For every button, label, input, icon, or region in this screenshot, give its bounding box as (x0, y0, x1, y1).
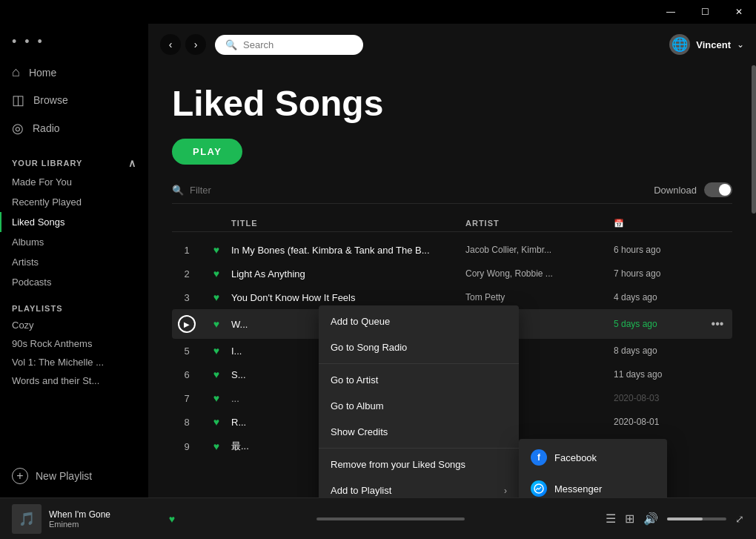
context-song-radio[interactable]: Go to Song Radio (319, 334, 519, 360)
submenu-arrow-icon: › (504, 486, 507, 496)
now-playing-heart-icon[interactable]: ♥ (169, 513, 175, 525)
share-submenu: f Facebook Messenger 𝕏 Twitter (519, 439, 667, 497)
context-divider (319, 363, 519, 364)
playlist-words[interactable]: Words and their St... (0, 371, 148, 390)
close-button[interactable]: ✕ (722, 0, 756, 24)
share-facebook[interactable]: f Facebook (519, 442, 667, 473)
volume-fill (667, 517, 703, 520)
home-icon: ⌂ (12, 65, 20, 80)
progress-bar[interactable] (316, 517, 465, 520)
playback-controls (184, 517, 597, 520)
title-bar: — ☐ ✕ (0, 0, 756, 24)
sidebar-item-recently-played[interactable]: Recently Played (0, 192, 148, 212)
library-label: YOUR LIBRARY (12, 159, 82, 168)
sidebar-radio-label: Radio (33, 122, 60, 134)
playlists-label: PLAYLISTS (0, 298, 148, 316)
library-section-header: YOUR LIBRARY ∧ (0, 145, 148, 172)
svg-point-0 (534, 484, 543, 493)
facebook-icon: f (531, 449, 547, 466)
context-remove-liked[interactable]: Remove from your Liked Songs (319, 452, 519, 477)
sidebar-item-podcasts[interactable]: Podcasts (0, 272, 148, 292)
new-playlist-button[interactable]: + New Playlist (0, 460, 148, 492)
app-body: • • • ⌂ Home ◫ Browse ◎ Radio YOUR LIBRA… (0, 24, 756, 497)
sidebar-item-artists[interactable]: Artists (0, 252, 148, 272)
sidebar-item-home[interactable]: ⌂ Home (0, 59, 148, 86)
context-menu: Add to Queue Go to Song Radio Go to Arti… (319, 305, 519, 497)
context-add-playlist[interactable]: Add to Playlist › (319, 477, 519, 497)
messenger-icon (531, 480, 547, 497)
bottom-controls: ☰ ⊞ 🔊 ⤢ (606, 512, 744, 526)
playlist-90s-rock[interactable]: 90s Rock Anthems (0, 334, 148, 353)
main-content: ‹ › 🔍 🌐 Vincent ⌄ Liked Songs PLAY 🔍 (148, 24, 756, 497)
sidebar: • • • ⌂ Home ◫ Browse ◎ Radio YOUR LIBRA… (0, 24, 148, 497)
radio-icon: ◎ (12, 120, 24, 136)
share-messenger[interactable]: Messenger (519, 473, 667, 497)
now-playing: 🎵 When I'm Gone Eminem ♥ (12, 504, 175, 534)
context-divider (319, 448, 519, 449)
context-go-artist[interactable]: Go to Artist (319, 367, 519, 393)
sidebar-item-radio[interactable]: ◎ Radio (0, 114, 148, 142)
bottom-bar: 🎵 When I'm Gone Eminem ♥ ☰ ⊞ 🔊 ⤢ (0, 497, 756, 539)
minimize-button[interactable]: — (654, 0, 688, 24)
library-collapse-arrow[interactable]: ∧ (128, 157, 136, 169)
volume-icon[interactable]: 🔊 (643, 512, 658, 526)
album-art: 🎵 (12, 504, 42, 534)
sidebar-browse-label: Browse (33, 94, 68, 106)
sidebar-home-label: Home (29, 67, 56, 79)
sidebar-item-albums[interactable]: Albums (0, 232, 148, 252)
playlist-vol1[interactable]: Vol 1: The Michelle ... (0, 353, 148, 371)
track-artist: Eminem (49, 520, 162, 529)
sidebar-item-browse[interactable]: ◫ Browse (0, 86, 148, 114)
context-menu-overlay: Add to Queue Go to Song Radio Go to Arti… (148, 24, 756, 497)
sidebar-item-liked-songs[interactable]: Liked Songs (0, 212, 148, 232)
devices-icon[interactable]: ⊞ (625, 512, 634, 526)
volume-slider[interactable] (667, 517, 726, 520)
track-info: When I'm Gone Eminem (49, 509, 162, 529)
maximize-button[interactable]: ☐ (688, 0, 722, 24)
sidebar-nav: ⌂ Home ◫ Browse ◎ Radio (0, 56, 148, 145)
expand-icon[interactable]: ⤢ (735, 513, 744, 525)
track-name: When I'm Gone (49, 509, 162, 520)
playlist-cozy[interactable]: Cozy (0, 316, 148, 334)
new-playlist-label: New Playlist (36, 470, 92, 482)
sidebar-item-made-for-you[interactable]: Made For You (0, 172, 148, 192)
queue-icon[interactable]: ☰ (606, 512, 616, 526)
context-go-album[interactable]: Go to Album (319, 393, 519, 419)
context-add-queue[interactable]: Add to Queue (319, 308, 519, 334)
browse-icon: ◫ (12, 92, 24, 108)
new-playlist-icon: + (12, 468, 28, 484)
context-show-credits[interactable]: Show Credits (319, 419, 519, 445)
playlists-section: PLAYLISTS Cozy 90s Rock Anthems Vol 1: T… (0, 292, 148, 396)
menu-dots[interactable]: • • • (0, 24, 148, 56)
